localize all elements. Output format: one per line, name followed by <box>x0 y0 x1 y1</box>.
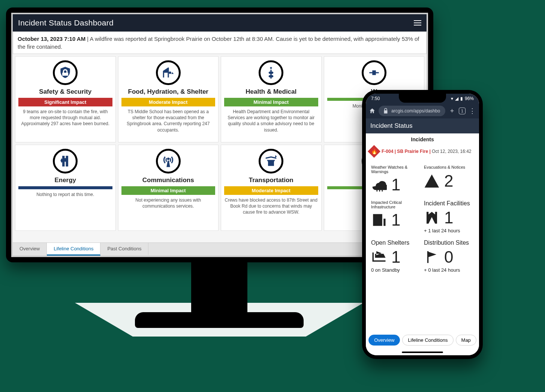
caduceus-icon <box>259 60 283 85</box>
flag-icon <box>424 249 440 265</box>
dashboard-title: Incident Status Dashboard <box>18 18 114 27</box>
impact-badge: Minimal Impact <box>224 98 318 106</box>
stat-label: Incident Facilities <box>424 200 474 207</box>
card-title: Safety & Security <box>18 88 112 96</box>
tab-past-conditions[interactable]: Past Conditions <box>100 243 148 256</box>
battery-text: 96% <box>465 96 474 101</box>
menu-icon[interactable] <box>414 20 421 25</box>
url-text: arcgis.com/apps/dashbo <box>391 108 440 114</box>
status-time: 7:50 <box>371 96 380 101</box>
energy-icon <box>53 149 78 174</box>
cloud-rain-icon <box>371 177 387 193</box>
tab-overview[interactable]: Overview <box>13 243 47 256</box>
stat-label: Weather Watches & Warnings <box>371 165 421 174</box>
impact-badge: Moderate Impact <box>121 98 216 106</box>
card-desc: Not experiencing any issues with communi… <box>121 197 216 209</box>
incidents-header: Incidents <box>366 133 479 145</box>
card-title: Energy <box>18 177 112 184</box>
phone-notch <box>399 94 446 103</box>
impact-badge: Significant Impact <box>18 98 112 106</box>
stat-num: 1 <box>391 175 400 194</box>
stat-facilities[interactable]: Incident Facilities 1 + 1 last 24 hours <box>424 200 474 233</box>
badge-icon <box>53 60 78 85</box>
status-right-icons: ▾ ◢ ▮ 96% <box>451 96 474 101</box>
card-title: Transportation <box>224 177 318 184</box>
stat-label: Evacuations & Notices <box>424 165 474 170</box>
monitor-stand-base <box>135 312 304 328</box>
card-food-shelter[interactable]: Food, Hydration, & Shelter Moderate Impa… <box>118 56 219 142</box>
m-tab-lifeline[interactable]: Lifeline Conditions <box>402 335 453 346</box>
incident-summary-bar: October 13, 2023 7:10 AM | A wildfire wa… <box>13 31 427 54</box>
stat-grid: Weather Watches & Warnings 1 Evacuations… <box>366 160 479 278</box>
monitor-stand-neck <box>191 262 247 319</box>
tab-count-icon[interactable]: 1 <box>459 108 466 114</box>
wifi-icon: ▾ <box>451 96 453 101</box>
mobile-app-title: Incident Status <box>366 118 479 133</box>
summary-timestamp: October 13, 2023 7:10 AM <box>18 36 85 42</box>
dashboard-header: Incident Status Dashboard <box>13 14 427 31</box>
card-desc: Health Department and Environmental Serv… <box>224 109 318 133</box>
card-transportation[interactable]: Transportation Moderate Impact Crews hav… <box>221 145 322 231</box>
fire-icon: 🔥 <box>368 145 380 158</box>
card-energy[interactable]: Energy Nothing to report at this time. <box>15 145 116 231</box>
incident-code: F-004 | SB Prairie Fire | <box>382 149 432 154</box>
stat-sub: + 0 last 24 hours <box>424 267 474 273</box>
valve-icon <box>362 60 386 85</box>
card-desc: TS Middle School has been opened as a sh… <box>121 109 216 133</box>
card-communications[interactable]: Communications Minimal Impact Not experi… <box>118 145 219 231</box>
stat-label: Open Shelters <box>371 239 421 246</box>
browser-menu-icon[interactable]: ⋮ <box>469 107 476 115</box>
card-health-medical[interactable]: Health & Medical Minimal Impact Health D… <box>221 56 322 142</box>
transport-icon <box>259 149 283 174</box>
impact-badge: Moderate Impact <box>224 186 318 195</box>
stat-label: Distribution Sites <box>424 239 474 246</box>
card-desc: Crews have blocked access to 87th Street… <box>224 197 318 215</box>
tent-icon <box>424 210 440 226</box>
m-tab-map[interactable]: Map <box>456 335 476 346</box>
card-title: Communications <box>121 177 216 184</box>
phone-frame: 7:50 ▾ ◢ ▮ 96% arcgis.com/apps/dashbo + … <box>362 90 483 359</box>
building-icon <box>371 212 387 228</box>
home-icon[interactable] <box>369 108 376 114</box>
card-desc: 9 teams are on-site to contain the fire,… <box>18 109 112 127</box>
stat-weather[interactable]: Weather Watches & Warnings 1 <box>371 165 421 194</box>
signal-icon: ◢ <box>455 96 458 101</box>
stat-sub: 0 on Standby <box>371 267 421 273</box>
stat-num: 0 <box>444 248 453 266</box>
shelter-icon <box>156 60 181 85</box>
stat-infrastructure[interactable]: Impacted Critical Infrastructure 1 <box>371 200 421 233</box>
stat-label: Impacted Critical Infrastructure <box>371 200 421 209</box>
gesture-bar[interactable] <box>402 352 443 353</box>
warning-icon <box>424 173 440 189</box>
browser-toolbar: arcgis.com/apps/dashbo + 1 ⋮ <box>366 103 479 118</box>
mobile-tabs: Overview Lifeline Conditions Map <box>366 332 479 348</box>
new-tab-icon[interactable]: + <box>448 107 456 115</box>
url-bar[interactable]: arcgis.com/apps/dashbo <box>379 106 445 116</box>
impact-badge: Minimal Impact <box>121 186 216 195</box>
battery-icon: ▮ <box>460 96 463 101</box>
lock-icon <box>382 108 389 114</box>
stat-num: 1 <box>391 248 400 266</box>
phone-screen: 7:50 ▾ ◢ ▮ 96% arcgis.com/apps/dashbo + … <box>366 94 479 355</box>
antenna-icon <box>156 149 181 174</box>
tab-lifeline-conditions[interactable]: Lifeline Conditions <box>47 243 100 256</box>
impact-badge <box>18 186 112 189</box>
incident-time: Oct 12, 2023, 16:42 <box>432 149 471 154</box>
stat-num: 2 <box>444 172 453 190</box>
stat-num: 1 <box>444 208 453 227</box>
stat-distribution[interactable]: Distribution Sites 0 + 0 last 24 hours <box>424 239 474 273</box>
incident-row[interactable]: 🔥 F-004 | SB Prairie Fire | Oct 12, 2023… <box>366 145 479 160</box>
stat-evacuations[interactable]: Evacuations & Notices 2 <box>424 165 474 194</box>
m-tab-overview[interactable]: Overview <box>368 335 400 346</box>
stat-shelters[interactable]: Open Shelters 1 0 on Standby <box>371 239 421 273</box>
stat-num: 1 <box>391 211 400 229</box>
mobile-body: Incidents 🔥 F-004 | SB Prairie Fire | Oc… <box>366 133 479 355</box>
card-title: Health & Medical <box>224 88 318 96</box>
stat-sub: + 1 last 24 hours <box>424 228 474 233</box>
card-safety-security[interactable]: Safety & Security Significant Impact 9 t… <box>15 56 116 142</box>
card-desc: Nothing to report at this time. <box>18 192 112 197</box>
card-title: Food, Hydration, & Shelter <box>121 88 216 96</box>
bed-icon <box>371 249 387 265</box>
